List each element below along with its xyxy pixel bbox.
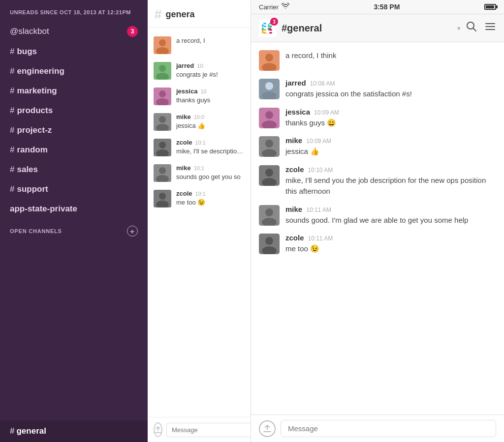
table-row: mike 10:0 jessica 👍: [148, 109, 251, 135]
upload-button[interactable]: [154, 422, 162, 437]
sidebar-item-engineering[interactable]: # engineering: [0, 61, 148, 81]
channel-name: project-z: [17, 125, 52, 135]
middle-panel: # genera a record, I jarred 10: congrats…: [148, 0, 251, 442]
sidebar-item-app-state-private[interactable]: app-state-private: [0, 199, 148, 219]
table-row: zcole 10:1 mike, I'll se description thi…: [148, 135, 251, 160]
svg-rect-23: [263, 23, 266, 25]
hash-icon: #: [10, 184, 14, 194]
middle-header: # genera: [148, 0, 251, 28]
msg-author: jarred: [285, 79, 306, 87]
middle-messages-list: a record, I jarred 10: congrats je #s!: [148, 28, 251, 417]
message-input[interactable]: [166, 423, 251, 437]
upload-button[interactable]: [259, 420, 276, 437]
add-channel-button[interactable]: +: [127, 226, 138, 236]
msg-author: zcole: [285, 165, 304, 174]
list-item: mike 10:11 AM sounds good. I'm glad we a…: [251, 201, 504, 230]
msg-author: mike: [176, 164, 191, 172]
msg-meta: jessica 10: [176, 88, 245, 95]
msg-author: zcole: [176, 139, 192, 146]
avatar: [154, 139, 171, 156]
avatar: [259, 50, 280, 71]
msg-meta: zcole 10:11 AM: [285, 234, 496, 242]
avatar: [154, 36, 171, 54]
svg-point-42: [265, 54, 273, 61]
notification-badge: 3: [270, 18, 278, 26]
hash-icon: #: [10, 66, 14, 76]
msg-time: 10:1: [194, 165, 204, 171]
active-channel-item[interactable]: # general: [0, 420, 148, 442]
hash-icon: #: [10, 86, 14, 96]
msg-author: mike: [176, 113, 191, 120]
status-right: [484, 4, 496, 10]
msg-author: mike: [285, 205, 302, 213]
slack-logo[interactable]: 3: [259, 19, 277, 37]
msg-content: jarred 10:08 AM congrats jessica on the …: [285, 79, 496, 100]
msg-text: a record, I think: [285, 50, 496, 61]
list-item: mike 10:09 AM jessica 👍: [251, 132, 504, 161]
menu-icon[interactable]: [484, 21, 496, 35]
msg-text: thanks guys: [176, 96, 245, 105]
msg-text: mike, I'll send you the job description …: [285, 175, 496, 197]
table-row: mike 10:1 sounds goo get you so: [148, 160, 251, 186]
sidebar-item-products[interactable]: # products: [0, 101, 148, 120]
msg-content: zcole 10:10 AM mike, I'll send you the j…: [285, 165, 496, 197]
message-input[interactable]: [281, 420, 496, 437]
msg-text: sounds goo get you so: [176, 173, 245, 181]
open-channels-label: OPEN CHANNELS: [10, 228, 62, 234]
avatar: [154, 113, 171, 131]
channel-name: products: [17, 106, 53, 116]
table-row: jarred 10: congrats je #s!: [148, 58, 251, 84]
table-row: jessica 10 thanks guys: [148, 84, 251, 109]
sidebar-item-bugs[interactable]: # bugs: [0, 42, 148, 61]
active-channel-name: general: [16, 426, 46, 436]
list-item: jessica 10:09 AM thanks guys 😄: [251, 104, 504, 133]
hash-icon: #: [10, 47, 14, 57]
list-item: jarred 10:08 AM congrats jessica on the …: [251, 75, 504, 104]
sidebar-item-sales[interactable]: # sales: [0, 160, 148, 179]
avatar: [154, 62, 171, 80]
msg-time: 10:10 AM: [308, 167, 333, 174]
avatar: [259, 234, 280, 254]
msg-meta: zcole 10:10 AM: [285, 165, 496, 174]
svg-point-54: [265, 169, 273, 177]
open-channels-header: OPEN CHANNELS +: [0, 219, 148, 239]
msg-time: 10:09 AM: [314, 109, 339, 116]
msg-meta: jarred 10:: [176, 62, 245, 69]
mobile-input-bar: [251, 414, 504, 442]
avatar: [259, 165, 280, 186]
msg-author: jessica: [285, 108, 310, 116]
svg-line-37: [473, 29, 476, 31]
unreads-label: UNREADS SINCE OCT 18, 2013 AT 12:21PM: [0, 0, 148, 21]
msg-content: jessica 10:09 AM thanks guys 😄: [285, 108, 496, 129]
avatar: [154, 164, 171, 182]
msg-content: zcole 10:1 mike, I'll se description thi…: [176, 139, 245, 156]
search-icon[interactable]: [466, 21, 477, 35]
msg-author: zcole: [176, 190, 192, 197]
msg-time: 10:1: [195, 191, 206, 197]
channel-name: bugs: [17, 47, 37, 57]
status-bar: Carrier 3:58 PM: [251, 0, 504, 14]
svg-point-4: [159, 65, 166, 72]
list-item: a record, I think: [251, 46, 504, 75]
msg-text: a record, I: [176, 36, 245, 45]
msg-content: mike 10:1 sounds goo get you so: [176, 164, 245, 181]
msg-text: sounds good. I'm glad we are able to get…: [285, 215, 496, 226]
channel-dropdown-icon[interactable]: ▾: [457, 25, 461, 32]
msg-content: mike 10:09 AM jessica 👍: [285, 136, 496, 157]
battery-icon: [484, 4, 496, 10]
sidebar-item-marketing[interactable]: # marketing: [0, 81, 148, 101]
avatar: [259, 205, 280, 226]
msg-meta: mike 10:1: [176, 164, 245, 172]
svg-rect-25: [268, 24, 270, 27]
avatar: [259, 79, 280, 99]
msg-time: 10:: [197, 63, 204, 69]
sidebar-item-slackbot[interactable]: @slackbot 3: [0, 21, 148, 42]
sidebar-item-random[interactable]: # random: [0, 140, 148, 160]
msg-content: zcole 10:1 me too 😉: [176, 190, 245, 207]
sidebar-item-support[interactable]: # support: [0, 179, 148, 199]
table-row: a record, I: [148, 32, 251, 58]
msg-time: 10:0: [194, 114, 204, 120]
svg-rect-24: [262, 24, 264, 27]
channel-name: marketing: [17, 86, 57, 96]
sidebar-item-project-z[interactable]: # project-z: [0, 120, 148, 140]
